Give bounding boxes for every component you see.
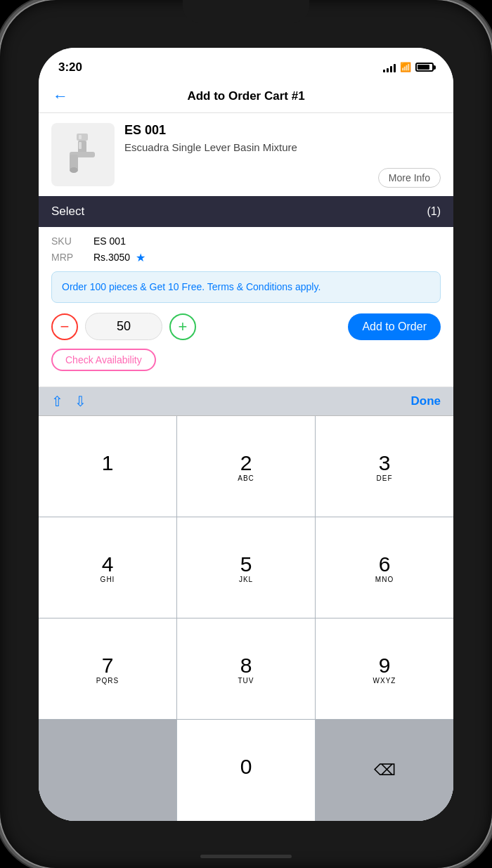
more-info-button[interactable]: More Info bbox=[378, 168, 441, 188]
svg-point-4 bbox=[70, 167, 78, 173]
wifi-icon: 📶 bbox=[400, 62, 411, 72]
key-empty-left bbox=[39, 720, 176, 820]
nav-bar: ← Add to Order Cart #1 bbox=[39, 80, 453, 113]
key-1[interactable]: 1 bbox=[39, 416, 176, 517]
status-icons: 📶 bbox=[383, 62, 434, 72]
svg-rect-0 bbox=[77, 134, 88, 141]
sku-value: ES 001 bbox=[93, 235, 126, 247]
keyboard-section: ⇧ ⇩ Done 1 2 ABC 3 DEF bbox=[39, 387, 453, 820]
key-7[interactable]: 7 PQRS bbox=[39, 618, 176, 719]
check-availability-button[interactable]: Check Availability bbox=[51, 349, 156, 371]
product-sku: ES 001 bbox=[124, 123, 441, 138]
key-4[interactable]: 4 GHI bbox=[39, 517, 176, 618]
sku-row: SKU ES 001 bbox=[51, 235, 441, 247]
status-bar: 3:20 📶 bbox=[39, 48, 453, 80]
notch bbox=[183, 0, 309, 22]
keyboard-arrows: ⇧ ⇩ bbox=[51, 393, 86, 410]
quantity-plus-button[interactable]: + bbox=[169, 313, 196, 340]
keyboard-toolbar: ⇧ ⇩ Done bbox=[39, 387, 453, 416]
mrp-row: MRP Rs.3050 ★ bbox=[51, 251, 441, 264]
signal-icon bbox=[383, 63, 396, 72]
arrow-up-button[interactable]: ⇧ bbox=[51, 393, 63, 410]
sku-label: SKU bbox=[51, 235, 93, 247]
star-icon: ★ bbox=[136, 251, 145, 264]
battery-icon bbox=[415, 63, 434, 72]
quantity-row: − + Add to Order bbox=[51, 313, 441, 340]
promo-box: Order 100 pieces & Get 10 Free. Terms & … bbox=[51, 271, 441, 304]
key-delete-button[interactable]: ⌫ bbox=[316, 720, 453, 820]
promo-text: Order 100 pieces & Get 10 Free. Terms & … bbox=[62, 281, 321, 292]
key-2[interactable]: 2 ABC bbox=[177, 416, 315, 517]
sku-section: SKU ES 001 MRP Rs.3050 ★ Order 100 piece… bbox=[39, 227, 453, 387]
add-to-order-button[interactable]: Add to Order bbox=[348, 313, 441, 340]
back-button[interactable]: ← bbox=[53, 87, 68, 105]
keyboard-keys: 1 2 ABC 3 DEF 4 GHI 5 JKL bbox=[39, 416, 453, 820]
product-image-svg bbox=[57, 128, 110, 181]
svg-rect-5 bbox=[79, 135, 82, 139]
select-bar: Select (1) bbox=[39, 196, 453, 227]
done-button[interactable]: Done bbox=[411, 394, 441, 408]
mrp-label: MRP bbox=[51, 252, 93, 263]
phone-screen: 3:20 📶 ← Add to Order Cart #1 bbox=[39, 48, 453, 821]
key-8[interactable]: 8 TUV bbox=[177, 618, 315, 719]
svg-rect-6 bbox=[79, 142, 82, 149]
select-count: (1) bbox=[427, 205, 441, 218]
home-indicator bbox=[200, 855, 292, 858]
phone-frame: 3:20 📶 ← Add to Order Cart #1 bbox=[0, 0, 492, 868]
key-9[interactable]: 9 WXYZ bbox=[316, 618, 453, 719]
page-title: Add to Order Cart #1 bbox=[187, 89, 304, 103]
arrow-down-button[interactable]: ⇩ bbox=[75, 393, 86, 410]
key-5[interactable]: 5 JKL bbox=[177, 517, 315, 618]
key-0[interactable]: 0 bbox=[177, 720, 315, 820]
product-description: Escuadra Single Lever Basin Mixture bbox=[124, 141, 441, 155]
product-info: ES 001 Escuadra Single Lever Basin Mixtu… bbox=[124, 123, 441, 155]
key-6[interactable]: 6 MNO bbox=[316, 517, 453, 618]
quantity-input[interactable] bbox=[85, 313, 162, 340]
mrp-value: Rs.3050 bbox=[93, 252, 130, 263]
product-section: ES 001 Escuadra Single Lever Basin Mixtu… bbox=[39, 113, 453, 196]
select-label: Select bbox=[51, 205, 84, 219]
check-availability-container: Check Availability bbox=[51, 349, 441, 371]
product-image bbox=[51, 123, 115, 186]
status-time: 3:20 bbox=[58, 60, 82, 75]
quantity-minus-button[interactable]: − bbox=[51, 313, 78, 340]
key-3[interactable]: 3 DEF bbox=[316, 416, 453, 517]
